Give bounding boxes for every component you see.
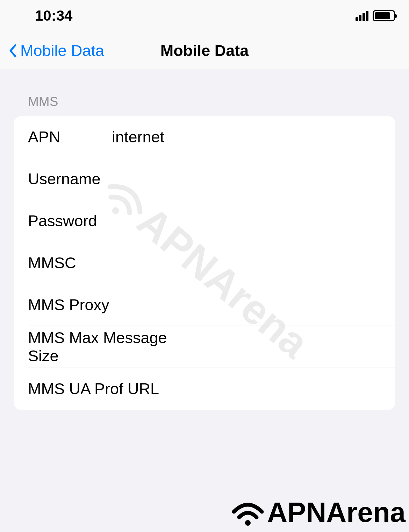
password-label: Password (28, 212, 112, 230)
apn-input[interactable] (112, 128, 395, 146)
mmsc-input[interactable] (112, 254, 395, 272)
page-title: Mobile Data (160, 42, 249, 60)
content: MMS APN Username Password MMSC MMS Proxy… (0, 70, 409, 410)
username-label: Username (28, 170, 112, 188)
status-icons (356, 10, 395, 21)
signal-icon (356, 10, 368, 21)
mmsc-label: MMSC (28, 254, 112, 272)
mms-proxy-row[interactable]: MMS Proxy (14, 284, 395, 326)
status-bar: 10:34 (0, 0, 409, 31)
footer-brand-text: APNArena (267, 496, 406, 529)
mms-max-size-label: MMS Max Message Size (28, 329, 196, 365)
apn-label: APN (28, 128, 112, 146)
settings-group: APN Username Password MMSC MMS Proxy MMS… (14, 116, 395, 410)
mms-max-size-input[interactable] (196, 338, 395, 356)
footer-brand: APNArena (230, 496, 406, 529)
mms-ua-prof-row[interactable]: MMS UA Prof URL (14, 368, 395, 410)
nav-bar: Mobile Data Mobile Data (0, 31, 409, 70)
wifi-icon (230, 498, 265, 526)
section-header: MMS (14, 94, 395, 116)
username-row[interactable]: Username (14, 158, 395, 200)
mms-proxy-input[interactable] (112, 296, 395, 314)
back-label: Mobile Data (20, 42, 104, 60)
username-input[interactable] (112, 170, 395, 188)
password-row[interactable]: Password (14, 200, 395, 242)
svg-point-1 (245, 520, 251, 526)
mms-ua-prof-label: MMS UA Prof URL (28, 380, 159, 398)
apn-row[interactable]: APN (14, 116, 395, 158)
status-time: 10:34 (35, 7, 72, 24)
mmsc-row[interactable]: MMSC (14, 242, 395, 284)
back-button[interactable]: Mobile Data (0, 42, 104, 60)
chevron-left-icon (8, 42, 17, 59)
mms-proxy-label: MMS Proxy (28, 296, 112, 314)
mms-ua-prof-input[interactable] (159, 380, 395, 398)
password-input[interactable] (112, 212, 395, 230)
mms-max-size-row[interactable]: MMS Max Message Size (14, 326, 395, 368)
battery-icon (373, 10, 395, 21)
